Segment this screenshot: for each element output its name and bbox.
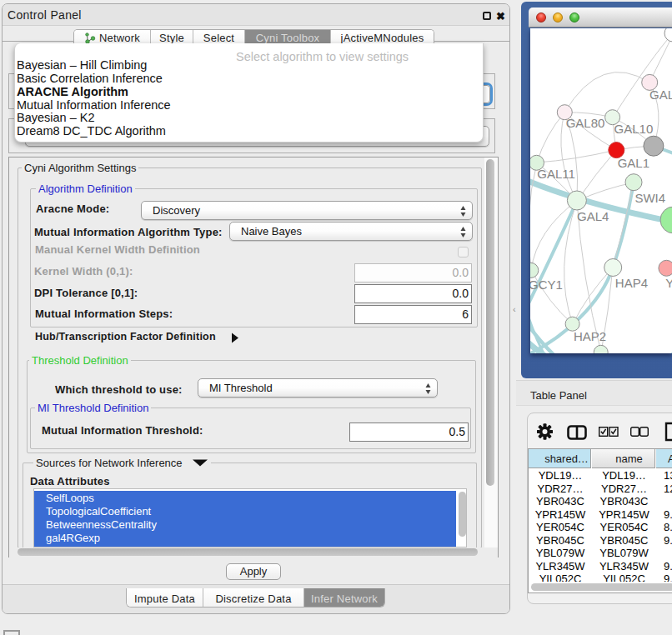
svg-text:Y: Y (665, 276, 672, 290)
svg-text:GAL10: GAL10 (614, 122, 654, 136)
svg-text:SWI4: SWI4 (634, 191, 665, 205)
svg-text:GAL1: GAL1 (618, 156, 649, 170)
svg-text:GAL80: GAL80 (566, 116, 605, 130)
svg-text:HAP4: HAP4 (615, 276, 648, 290)
svg-text:GAL: GAL (649, 88, 672, 102)
svg-text:GCY1: GCY1 (530, 278, 563, 292)
svg-text:HAP2: HAP2 (574, 329, 606, 343)
svg-text:GAL4: GAL4 (577, 209, 609, 223)
svg-text:GAL11: GAL11 (537, 167, 575, 181)
